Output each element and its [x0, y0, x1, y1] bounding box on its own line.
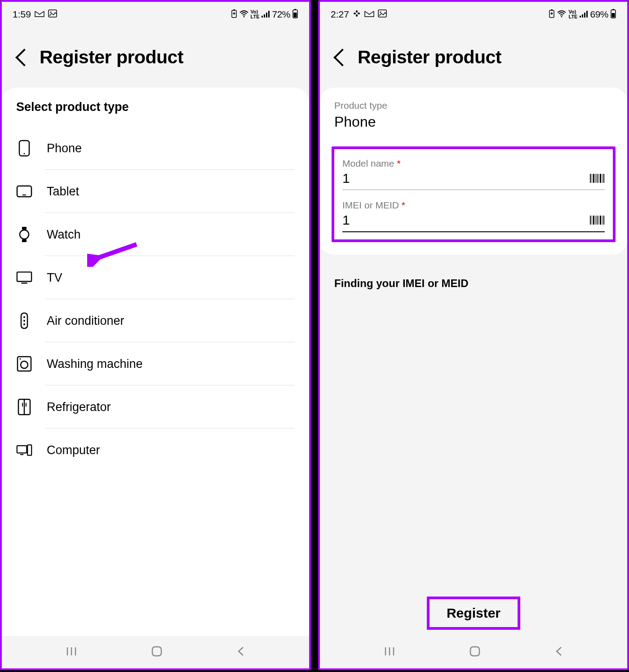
section-title: Select product type [2, 100, 309, 127]
barcode-icon[interactable] [589, 173, 605, 184]
svg-point-25 [23, 323, 25, 325]
page-title: Register product [358, 47, 501, 68]
list-label: Computer [47, 443, 100, 457]
svg-rect-77 [470, 647, 479, 656]
svg-rect-57 [592, 174, 592, 183]
svg-rect-3 [233, 9, 235, 10]
model-name-input[interactable] [342, 171, 589, 186]
svg-line-12 [95, 244, 137, 259]
svg-rect-42 [356, 10, 358, 13]
svg-rect-39 [152, 647, 161, 656]
svg-rect-73 [603, 216, 604, 225]
back-button[interactable] [14, 51, 31, 64]
product-type-tablet[interactable]: Tablet [2, 170, 309, 213]
svg-rect-59 [595, 174, 596, 183]
required-indicator: * [402, 200, 405, 210]
product-type-computer[interactable]: Computer [2, 429, 309, 472]
svg-rect-69 [597, 216, 598, 225]
svg-rect-58 [593, 174, 594, 183]
back-nav-button[interactable] [236, 645, 245, 659]
annotation-highlight-fields: Model name * IMEI or MEID * [332, 146, 616, 242]
battery-percent: 69% [590, 9, 608, 20]
content-card: Select product type Phone Tablet [2, 88, 309, 668]
image-icon [378, 9, 387, 20]
product-type-ac[interactable]: Air conditioner [2, 299, 309, 342]
product-type-phone[interactable]: Phone [2, 127, 309, 170]
product-type-watch[interactable]: Watch [2, 213, 309, 256]
svg-rect-68 [595, 216, 596, 225]
status-bar: 1:59 Vo)LTE 72% [2, 2, 309, 27]
page-title: Register product [40, 47, 183, 68]
svg-point-48 [561, 16, 563, 17]
finding-imei-link[interactable]: Finding your IMEI or MEID [320, 255, 627, 312]
svg-point-24 [23, 320, 25, 322]
signal-icon [579, 9, 588, 20]
svg-rect-7 [266, 13, 267, 18]
svg-rect-56 [590, 174, 591, 183]
refrigerator-icon [16, 399, 32, 415]
left-screenshot: 1:59 Vo)LTE 72% Reg [0, 0, 311, 670]
nav-bar [2, 636, 309, 668]
svg-rect-11 [294, 13, 297, 18]
recents-button[interactable] [66, 645, 77, 659]
svg-rect-43 [356, 14, 358, 17]
tablet-icon [16, 183, 32, 199]
svg-point-1 [50, 12, 51, 13]
svg-rect-0 [49, 10, 57, 17]
svg-point-45 [380, 12, 381, 13]
phone-icon [16, 140, 32, 156]
svg-point-4 [243, 16, 244, 17]
battery-icon [292, 9, 298, 21]
svg-rect-66 [592, 216, 592, 225]
svg-point-27 [21, 361, 28, 368]
volte-icon: Vo)LTE [251, 9, 260, 19]
recents-button[interactable] [384, 645, 395, 659]
back-button[interactable] [332, 51, 349, 64]
back-nav-button[interactable] [554, 645, 563, 659]
svg-rect-63 [602, 174, 602, 183]
list-label: Watch [47, 228, 81, 242]
battery-saver-icon [549, 9, 555, 20]
list-label: Tablet [47, 185, 79, 199]
list-label: Phone [47, 141, 82, 155]
imei-input[interactable] [342, 212, 589, 228]
svg-rect-67 [593, 216, 594, 225]
product-type-tv[interactable]: TV [2, 256, 309, 299]
svg-rect-52 [586, 11, 588, 18]
gmail-icon [35, 9, 44, 20]
computer-icon [16, 442, 32, 458]
svg-point-18 [20, 230, 29, 239]
status-bar: 2:27 Vo)LTE 69% [320, 2, 627, 27]
svg-rect-61 [598, 174, 599, 183]
home-button[interactable] [151, 645, 163, 659]
product-type-washing-machine[interactable]: Washing machine [2, 342, 309, 385]
svg-rect-55 [611, 13, 615, 18]
signal-icon [261, 9, 270, 20]
svg-rect-51 [584, 13, 585, 18]
barcode-icon[interactable] [589, 215, 605, 225]
svg-rect-72 [602, 216, 602, 225]
register-button[interactable]: Register [447, 606, 501, 621]
gmail-icon [364, 9, 374, 20]
model-name-label: Model name [342, 158, 394, 168]
svg-rect-19 [22, 239, 27, 242]
svg-rect-64 [603, 174, 604, 183]
product-type-refrigerator[interactable]: Refrigerator [2, 385, 309, 429]
svg-rect-65 [590, 216, 591, 225]
list-label: TV [47, 271, 62, 285]
svg-point-23 [23, 316, 25, 318]
product-type-label: Product type [334, 100, 613, 111]
svg-rect-49 [580, 16, 581, 18]
svg-rect-41 [358, 13, 360, 14]
list-label: Air conditioner [47, 314, 124, 328]
home-button[interactable] [469, 645, 481, 659]
svg-rect-33 [17, 446, 27, 453]
nav-bar [320, 636, 627, 668]
header: Register product [2, 27, 309, 88]
list-label: Washing machine [47, 357, 143, 371]
status-time: 2:27 [331, 9, 349, 20]
slack-icon [353, 9, 361, 20]
imei-label: IMEI or MEID [342, 200, 399, 210]
battery-saver-icon [231, 9, 237, 20]
svg-point-28 [20, 358, 21, 360]
